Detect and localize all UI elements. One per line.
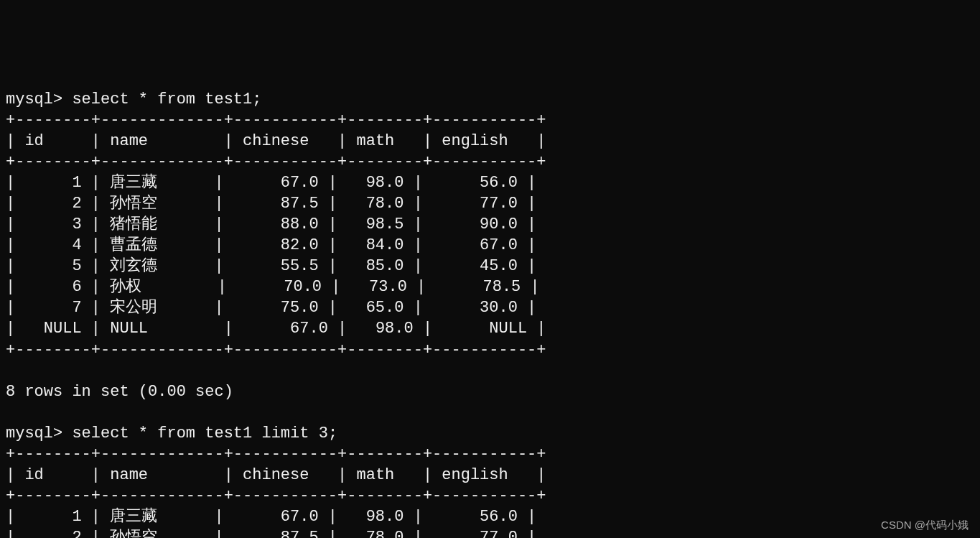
mysql-prompt: mysql> (6, 425, 72, 442)
query2-sql: select * from test1 limit 3; (72, 425, 337, 442)
query1-footer: 8 rows in set (0.00 sec) (6, 383, 233, 401)
query2-table: +--------+-------------+-----------+----… (6, 444, 974, 538)
query1-sql: select * from test1; (72, 91, 261, 108)
query1-table: +--------+-------------+-----------+----… (6, 110, 974, 360)
mysql-prompt: mysql> (6, 91, 72, 108)
terminal-output[interactable]: mysql> select * from test1; +--------+--… (6, 89, 974, 538)
watermark: CSDN @代码小娥 (881, 518, 969, 532)
